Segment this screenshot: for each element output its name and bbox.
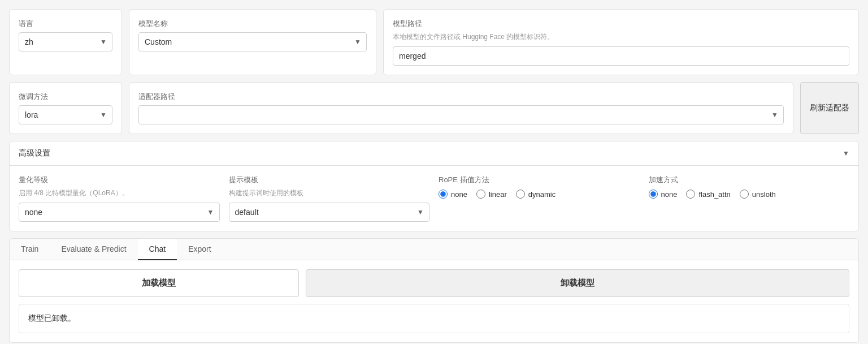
prompt-template-select[interactable]: default alpaca vicuna xyxy=(229,203,430,222)
accel-none-label: none xyxy=(661,190,678,199)
rope-none-option[interactable]: none xyxy=(439,190,467,199)
advanced-chevron-icon: ▼ xyxy=(843,149,849,157)
model-name-card: 模型名称 Custom LLaMA Mistral Qwen ▼ xyxy=(129,9,376,75)
quantization-label: 量化等级 xyxy=(19,175,220,185)
finetuning-label: 微调方法 xyxy=(19,92,112,102)
unload-model-button[interactable]: 卸载模型 xyxy=(306,269,849,297)
finetuning-select-wrapper[interactable]: lora full freeze ▼ xyxy=(19,105,112,124)
acceleration-label: 加速方式 xyxy=(649,175,850,185)
rope-col: RoPE 插值方法 none linear dynamic xyxy=(439,175,640,222)
adapter-path-label: 适配器路径 xyxy=(138,92,784,102)
adapter-path-select[interactable] xyxy=(138,105,784,124)
acceleration-col: 加速方式 none flash_attn unsloth xyxy=(649,175,850,222)
prompt-template-col: 提示模板 构建提示词时使用的模板 default alpaca vicuna ▼ xyxy=(229,175,430,222)
accel-flash-option[interactable]: flash_attn xyxy=(686,190,730,199)
accel-none-option[interactable]: none xyxy=(649,190,678,199)
rope-radio-group: none linear dynamic xyxy=(439,190,640,199)
model-name-select[interactable]: Custom LLaMA Mistral Qwen xyxy=(138,32,367,51)
model-path-card: 模型路径 本地模型的文件路径或 Hugging Face 的模型标识符。 xyxy=(383,9,859,75)
model-action-buttons: 加载模型 卸载模型 xyxy=(19,269,849,297)
rope-dynamic-option[interactable]: dynamic xyxy=(516,190,555,199)
tab-export[interactable]: Export xyxy=(177,239,222,260)
adapter-path-select-wrapper[interactable]: ▼ xyxy=(138,105,784,124)
quantization-hint: 启用 4/8 比特模型量化（QLoRA）。 xyxy=(19,188,220,198)
accel-flash-label: flash_attn xyxy=(698,190,730,199)
rope-linear-radio[interactable] xyxy=(476,190,485,199)
rope-dynamic-label: dynamic xyxy=(528,190,555,199)
rope-dynamic-radio[interactable] xyxy=(516,190,525,199)
advanced-settings-header[interactable]: 高级设置 ▼ xyxy=(10,141,858,166)
status-box: 模型已卸载。 xyxy=(19,304,849,333)
language-select-wrapper[interactable]: zh en ja ko ▼ xyxy=(19,32,112,51)
quantization-select[interactable]: none 4bit 8bit xyxy=(19,203,220,222)
rope-linear-label: linear xyxy=(489,190,507,199)
acceleration-radio-group: none flash_attn unsloth xyxy=(649,190,850,199)
accel-flash-radio[interactable] xyxy=(686,190,695,199)
page-wrapper: 语言 zh en ja ko ▼ 模型名称 Custom LLaMA Mistr… xyxy=(0,0,868,344)
finetuning-select[interactable]: lora full freeze xyxy=(19,105,112,124)
tab-chat[interactable]: Chat xyxy=(138,239,177,260)
advanced-settings-title: 高级设置 xyxy=(19,148,50,158)
model-path-hint: 本地模型的文件路径或 Hugging Face 的模型标识符。 xyxy=(393,32,849,42)
rope-linear-option[interactable]: linear xyxy=(476,190,507,199)
prompt-template-label: 提示模板 xyxy=(229,175,430,185)
adapter-path-card: 适配器路径 ▼ xyxy=(129,82,793,134)
prompt-template-hint: 构建提示词时使用的模板 xyxy=(229,188,430,198)
refresh-adapter-button[interactable]: 刷新适配器 xyxy=(800,82,859,134)
accel-none-radio[interactable] xyxy=(649,190,658,199)
tab-train[interactable]: Train xyxy=(10,239,50,260)
model-path-input[interactable] xyxy=(393,46,849,66)
rope-none-label: none xyxy=(451,190,467,199)
accel-unsloth-label: unsloth xyxy=(752,190,776,199)
accel-unsloth-option[interactable]: unsloth xyxy=(740,190,776,199)
language-label: 语言 xyxy=(19,19,112,29)
tabs-header: Train Evaluate & Predict Chat Export xyxy=(10,239,858,260)
finetuning-card: 微调方法 lora full freeze ▼ xyxy=(9,82,122,134)
model-name-select-wrapper[interactable]: Custom LLaMA Mistral Qwen ▼ xyxy=(138,32,367,51)
language-card: 语言 zh en ja ko ▼ xyxy=(9,9,122,75)
tab-evaluate[interactable]: Evaluate & Predict xyxy=(50,239,137,260)
quantization-col: 量化等级 启用 4/8 比特模型量化（QLoRA）。 none 4bit 8bi… xyxy=(19,175,220,222)
refresh-wrapper: 刷新适配器 xyxy=(800,82,859,134)
load-model-button[interactable]: 加载模型 xyxy=(19,269,299,297)
rope-label: RoPE 插值方法 xyxy=(439,175,640,185)
rope-none-radio[interactable] xyxy=(439,190,448,199)
prompt-template-select-wrapper[interactable]: default alpaca vicuna ▼ xyxy=(229,203,430,222)
second-row: 微调方法 lora full freeze ▼ 适配器路径 ▼ 刷新适配器 xyxy=(9,82,859,134)
quantization-select-wrapper[interactable]: none 4bit 8bit ▼ xyxy=(19,203,220,222)
model-name-label: 模型名称 xyxy=(138,19,367,29)
language-select[interactable]: zh en ja ko xyxy=(19,32,112,51)
status-text: 模型已卸载。 xyxy=(28,313,76,322)
tabs-container: Train Evaluate & Predict Chat Export 加载模… xyxy=(9,238,859,343)
accel-unsloth-radio[interactable] xyxy=(740,190,749,199)
chat-tab-body: 加载模型 卸载模型 模型已卸载。 xyxy=(10,260,858,342)
top-row: 语言 zh en ja ko ▼ 模型名称 Custom LLaMA Mistr… xyxy=(9,9,859,75)
advanced-settings-body: 量化等级 启用 4/8 比特模型量化（QLoRA）。 none 4bit 8bi… xyxy=(10,166,858,231)
model-path-label: 模型路径 xyxy=(393,19,849,29)
advanced-settings-card: 高级设置 ▼ 量化等级 启用 4/8 比特模型量化（QLoRA）。 none 4… xyxy=(9,141,859,231)
